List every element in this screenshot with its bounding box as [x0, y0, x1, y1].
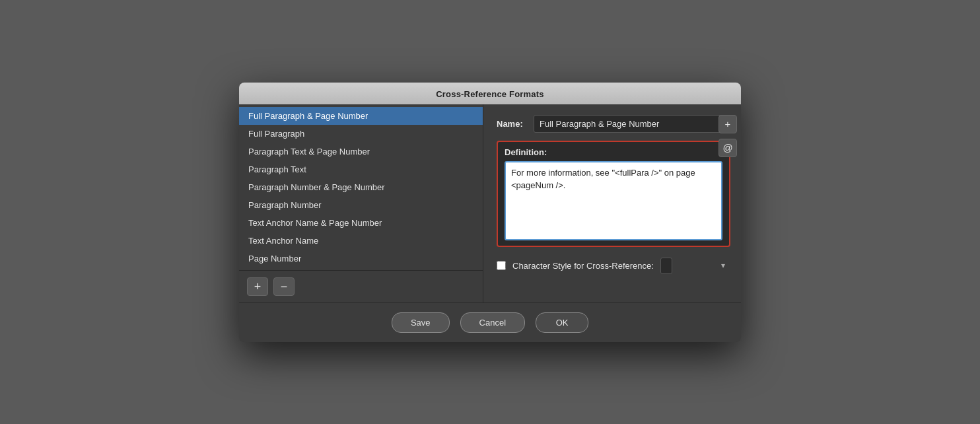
name-input[interactable] — [534, 115, 730, 133]
format-list: Full Paragraph & Page Number Full Paragr… — [239, 104, 483, 270]
list-item-paragraph-text-page-number[interactable]: Paragraph Text & Page Number — [239, 143, 483, 160]
list-item-full-paragraph-page-number[interactable]: Full Paragraph & Page Number — [239, 107, 483, 125]
dialog-title: Cross-Reference Formats — [239, 83, 741, 104]
list-item-text-anchor-name[interactable]: Text Anchor Name — [239, 232, 483, 250]
right-sidebar-buttons: + @ — [718, 115, 738, 157]
list-item-full-paragraph[interactable]: Full Paragraph — [239, 125, 483, 143]
char-style-checkbox-wrapper[interactable] — [497, 261, 506, 270]
definition-label: Definition: — [505, 147, 722, 157]
char-style-dropdown[interactable] — [660, 258, 672, 274]
char-style-row: Character Style for Cross-Reference: — [497, 258, 730, 274]
char-style-label: Character Style for Cross-Reference: — [512, 261, 654, 271]
left-panel: Full Paragraph & Page Number Full Paragr… — [239, 104, 483, 302]
at-button[interactable]: @ — [718, 139, 737, 157]
list-item-page-number[interactable]: Page Number — [239, 250, 483, 267]
name-row: Name: — [497, 115, 730, 133]
list-item-paragraph-text[interactable]: Paragraph Text — [239, 160, 483, 178]
definition-section: Definition: For more information, see "<… — [497, 141, 730, 247]
add-token-button[interactable]: + — [718, 115, 737, 133]
remove-format-button[interactable]: − — [273, 277, 295, 296]
dialog-body: Full Paragraph & Page Number Full Paragr… — [239, 104, 741, 302]
char-style-checkbox[interactable] — [497, 261, 506, 270]
ok-button[interactable]: OK — [536, 312, 588, 333]
list-item-paragraph-number[interactable]: Paragraph Number — [239, 196, 483, 214]
save-button[interactable]: Save — [392, 312, 450, 333]
cancel-button[interactable]: Cancel — [460, 312, 525, 333]
char-style-dropdown-wrapper — [660, 258, 730, 274]
list-item-text-anchor-name-page-number[interactable]: Text Anchor Name & Page Number — [239, 214, 483, 232]
name-label: Name: — [497, 119, 528, 129]
dialog-footer: Save Cancel OK — [239, 302, 741, 342]
definition-textarea-wrapper[interactable]: For more information, see "<fullPara />"… — [505, 161, 722, 240]
cross-reference-formats-dialog: Cross-Reference Formats Full Paragraph &… — [239, 83, 741, 342]
left-footer: + − — [239, 270, 483, 302]
add-format-button[interactable]: + — [247, 277, 268, 296]
definition-text: For more information, see "<fullPara />"… — [511, 166, 716, 192]
list-item-paragraph-number-page-number[interactable]: Paragraph Number & Page Number — [239, 178, 483, 196]
right-panel: Name: Definition: For more information, … — [483, 104, 741, 302]
